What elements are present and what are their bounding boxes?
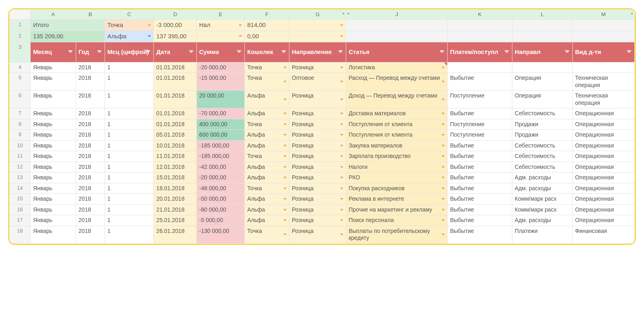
cell[interactable] <box>512 62 572 73</box>
filter-icon[interactable] <box>504 49 510 55</box>
col-header-F[interactable]: F <box>245 10 289 20</box>
row-header[interactable]: 8 <box>10 119 31 130</box>
cell[interactable]: 2018 <box>76 108 105 119</box>
cell[interactable]: Январь <box>31 215 76 226</box>
col-header-B[interactable]: B <box>76 10 105 20</box>
cell[interactable]: -15 000,00 <box>196 73 244 91</box>
cell[interactable]: Январь <box>31 204 76 215</box>
cell[interactable]: Выбытие <box>448 73 512 91</box>
dropdown-icon[interactable] <box>442 177 445 179</box>
cell[interactable]: 01.01.2018 <box>154 73 196 91</box>
cell-D1[interactable]: -3 000,00 <box>154 20 196 31</box>
cell[interactable]: 1 <box>105 73 154 91</box>
dropdown-icon[interactable] <box>340 166 343 168</box>
cell[interactable]: Себестоимость <box>512 162 572 172</box>
cell[interactable]: Январь <box>31 172 76 183</box>
cell[interactable]: Выбытие <box>448 215 512 226</box>
cell[interactable]: Розница <box>289 119 346 130</box>
cell[interactable]: Доход — Перевод между счетами <box>346 91 448 108</box>
row-header[interactable]: 6 <box>10 91 31 108</box>
dropdown-icon[interactable] <box>283 166 287 168</box>
header-payment[interactable]: Платеж/поступл <box>448 42 512 62</box>
cell[interactable]: -48 000,00 <box>196 183 244 194</box>
cell[interactable]: 1 <box>105 204 154 215</box>
cell[interactable]: 1 <box>105 91 154 108</box>
cell[interactable]: 12.01.2018 <box>154 162 196 172</box>
cell[interactable]: 01.01.2018 <box>154 91 196 108</box>
cell[interactable]: Розница <box>289 172 346 183</box>
cell[interactable]: 400 000,00 <box>196 119 244 130</box>
cell-C1[interactable]: Точка <box>105 20 154 31</box>
cell[interactable]: Розница <box>289 162 346 172</box>
col-header-A[interactable]: A <box>31 10 76 20</box>
cell[interactable]: -20 000,00 <box>196 172 244 183</box>
cell[interactable]: Операция <box>512 73 572 91</box>
cell[interactable]: Выбытие <box>448 226 512 243</box>
cell-K1[interactable] <box>448 20 512 31</box>
row-header-2[interactable]: 2 <box>10 31 31 42</box>
cell[interactable]: Выбытие <box>448 108 512 119</box>
cell-M2[interactable] <box>572 31 634 42</box>
cell[interactable]: 1 <box>105 162 154 172</box>
cell-A2[interactable]: 135 209,00 <box>31 31 105 42</box>
cell[interactable]: Налоги <box>346 162 448 172</box>
cell[interactable]: 01.01.2018 <box>154 108 196 119</box>
cell[interactable]: Альфа <box>245 91 289 108</box>
dropdown-icon[interactable] <box>442 187 445 189</box>
col-header-E[interactable]: E <box>196 10 244 20</box>
header-amount[interactable]: Сумма <box>196 42 244 62</box>
cell[interactable]: 1 <box>105 194 154 205</box>
dropdown-icon[interactable] <box>442 66 445 69</box>
cell[interactable]: Операционная <box>572 183 634 194</box>
spreadsheet-table[interactable]: A B C D E F G J K L M 1 Итого Точка -3 0… <box>9 9 635 244</box>
cell[interactable]: Себестоимость <box>512 108 572 119</box>
row-header-1[interactable]: 1 <box>10 20 31 31</box>
cell[interactable]: 1 <box>105 183 154 194</box>
col-header-K[interactable]: K <box>448 10 512 20</box>
cell[interactable]: 26.01.2018 <box>154 226 196 243</box>
cell[interactable]: Логистика <box>346 62 448 73</box>
cell[interactable]: Январь <box>31 226 76 243</box>
col-header-G[interactable]: G <box>289 10 346 20</box>
cell[interactable]: -130 000,00 <box>196 226 244 243</box>
dropdown-icon[interactable] <box>283 156 287 158</box>
dropdown-icon[interactable] <box>340 81 343 83</box>
dropdown-icon[interactable] <box>283 234 287 236</box>
cell[interactable]: Расход — Перевод между счетами <box>346 73 448 91</box>
dropdown-icon[interactable] <box>340 198 343 200</box>
row-header[interactable]: 17 <box>10 215 31 226</box>
dropdown-icon[interactable] <box>283 123 287 125</box>
cell[interactable]: Покупка расходников <box>346 183 448 194</box>
cell[interactable]: Операция <box>512 91 572 108</box>
row-header[interactable]: 5 <box>10 73 31 91</box>
dropdown-icon[interactable] <box>442 134 445 136</box>
header-wallet[interactable]: Кошелек <box>245 42 289 62</box>
cell[interactable]: 1 <box>105 215 154 226</box>
dropdown-icon[interactable] <box>442 166 445 168</box>
cell[interactable]: 1 <box>105 119 154 130</box>
filter-icon[interactable] <box>145 49 151 55</box>
dropdown-icon[interactable] <box>442 98 445 100</box>
cell[interactable]: Альфа <box>245 194 289 205</box>
cell[interactable]: Операционная <box>572 108 634 119</box>
cell[interactable]: Финансовая <box>572 226 634 243</box>
dropdown-icon[interactable] <box>340 35 343 37</box>
cell[interactable]: Альфа <box>245 162 289 172</box>
cell[interactable]: -185 000,00 <box>196 151 244 162</box>
cell[interactable]: 01.01.2018 <box>154 119 196 130</box>
cell[interactable]: -50 000,00 <box>196 194 244 205</box>
row-header[interactable]: 7 <box>10 108 31 119</box>
row-header[interactable]: 15 <box>10 194 31 205</box>
cell[interactable]: 2018 <box>76 194 105 205</box>
cell[interactable]: -80 000,00 <box>196 204 244 215</box>
cell[interactable]: Январь <box>31 130 76 141</box>
cell[interactable]: Операционная <box>572 151 634 162</box>
cell[interactable]: Январь <box>31 162 76 172</box>
col-header-M[interactable]: M <box>572 10 634 20</box>
cell[interactable]: Выбытие <box>448 204 512 215</box>
cell[interactable]: Техническая операция <box>572 91 634 108</box>
dropdown-icon[interactable] <box>340 234 343 236</box>
cell[interactable]: 2018 <box>76 91 105 108</box>
dropdown-icon[interactable] <box>239 35 242 37</box>
cell[interactable]: Комм/марк расх <box>512 204 572 215</box>
